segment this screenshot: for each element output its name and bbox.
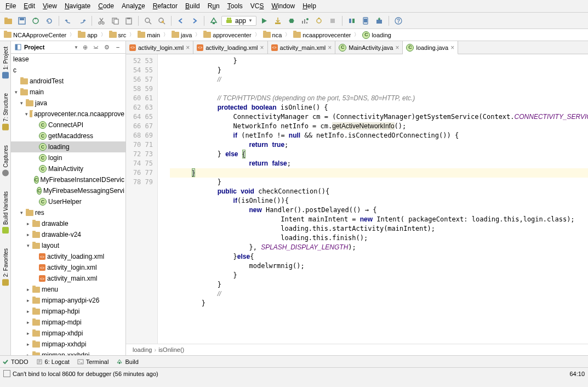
help-button[interactable]: ?	[392, 15, 404, 27]
apply-changes-button[interactable]	[272, 15, 284, 27]
tree-folder-item[interactable]: ▸ drawable	[11, 218, 125, 229]
collapse-icon[interactable]	[92, 43, 100, 52]
tree-item[interactable]: androidTest	[11, 76, 125, 87]
editor-tab[interactable]: activity_login.xml×	[126, 41, 193, 54]
find-button[interactable]	[142, 15, 154, 27]
stop-button[interactable]	[327, 15, 339, 27]
captures-tool-button[interactable]: Captures	[2, 142, 9, 180]
menu-help[interactable]: Help	[299, 1, 319, 11]
breadcrumb-item[interactable]: main	[136, 31, 162, 39]
menu-analyze[interactable]: Analyze	[118, 1, 149, 11]
tree-class-item[interactable]: C login	[11, 152, 125, 163]
target-icon[interactable]: ⊕	[81, 43, 89, 52]
close-icon[interactable]: ×	[328, 44, 332, 52]
tree-file-item[interactable]: activity_login.xml	[11, 262, 125, 273]
tree-class-item[interactable]: C ConnectAPI	[11, 119, 125, 130]
favorites-tool-button[interactable]: 2: Favorites	[2, 245, 9, 289]
project-tree[interactable]: lease c androidTest ▾ main ▾ java ▾ appr…	[11, 54, 125, 355]
menu-edit[interactable]: Edit	[20, 1, 38, 11]
menu-window[interactable]: Window	[268, 1, 298, 11]
build-variants-tool-button[interactable]: Build Variants	[2, 188, 9, 237]
paste-button[interactable]	[123, 15, 135, 27]
editor-tab[interactable]: activity_main.xml×	[268, 41, 336, 54]
close-icon[interactable]: ×	[395, 44, 399, 52]
terminal-tool-button[interactable]: Terminal	[77, 358, 109, 365]
tree-file-item[interactable]: activity_main.xml	[11, 273, 125, 284]
tree-class-item[interactable]: C MainActivity	[11, 163, 125, 174]
menu-build[interactable]: Build	[182, 1, 203, 11]
avd-manager-button[interactable]	[359, 15, 372, 27]
tree-item[interactable]: ▾ approvecenter.nca.ncaapprove	[11, 109, 125, 119]
editor-tab[interactable]: Cloading.java×	[403, 41, 458, 54]
close-icon[interactable]: ×	[186, 44, 190, 52]
attach-debugger-button[interactable]	[313, 15, 325, 27]
hide-icon[interactable]: –	[113, 43, 122, 52]
cut-button[interactable]	[95, 15, 107, 27]
breadcrumb-item[interactable]: NCAApproveCenter	[2, 31, 68, 39]
breadcrumb-item[interactable]: app	[76, 31, 99, 39]
editor-breadcrumb[interactable]: loading›isOnline()	[126, 344, 588, 355]
tree-item[interactable]: ▾ res	[11, 207, 125, 218]
breadcrumb-item[interactable]: src	[107, 31, 128, 39]
debug-button[interactable]	[286, 15, 298, 27]
profile-button[interactable]	[299, 15, 311, 27]
tree-class-item[interactable]: C MyFirebaseInstanceIDServic	[11, 174, 125, 185]
undo-button[interactable]	[62, 15, 75, 27]
project-tool-button[interactable]: 1: Project	[2, 43, 9, 82]
menu-vcs[interactable]: VCS	[247, 1, 267, 11]
menu-code[interactable]: Code	[95, 1, 117, 11]
sync-gradle-button[interactable]	[346, 15, 358, 27]
replace-button[interactable]	[156, 15, 168, 27]
tree-class-item[interactable]: C MyFirebaseMessagingServi	[11, 185, 125, 196]
structure-tool-button[interactable]: 7: Structure	[2, 90, 9, 134]
tree-item[interactable]: ▾ main	[11, 87, 125, 98]
copy-button[interactable]	[109, 15, 121, 27]
sync-button[interactable]	[30, 15, 42, 27]
tree-folder-item[interactable]: ▸ mipmap-mdpi	[11, 317, 125, 328]
tree-item[interactable]: lease	[11, 54, 125, 65]
sdk-manager-button[interactable]	[373, 15, 385, 27]
tree-file-item[interactable]: activity_loading.xml	[11, 251, 125, 262]
status-icon[interactable]	[3, 370, 10, 377]
gear-icon[interactable]: ⚙	[102, 43, 111, 52]
code-editor[interactable]: } } // // TCP/HTTP/DNS (depending on the…	[158, 54, 588, 344]
close-icon[interactable]: ×	[450, 44, 454, 52]
menu-refactor[interactable]: Refactor	[150, 1, 181, 11]
refresh-button[interactable]	[43, 15, 55, 27]
menu-navigate[interactable]: Navigate	[61, 1, 94, 11]
back-button[interactable]	[175, 15, 187, 27]
save-button[interactable]	[16, 15, 28, 27]
menu-tools[interactable]: Tools	[224, 1, 246, 11]
tree-item[interactable]: ▸ menu	[11, 284, 125, 295]
menu-file[interactable]: File	[2, 1, 19, 11]
redo-button[interactable]	[76, 15, 88, 27]
tree-item[interactable]: ▾ java	[11, 98, 125, 109]
tree-folder-item[interactable]: ▸ mipmap-anydpi-v26	[11, 295, 125, 306]
line-gutter[interactable]: 52 53 54 55 56 57 58 59 60 61 62 63 64 6…	[126, 54, 158, 344]
menu-run[interactable]: Run	[204, 1, 223, 11]
menu-view[interactable]: View	[39, 1, 60, 11]
tree-folder-item[interactable]: ▸ mipmap-xxxhdpi	[11, 350, 125, 355]
tree-class-item[interactable]: C UserHelper	[11, 196, 125, 207]
tree-folder-item[interactable]: ▸ mipmap-xxhdpi	[11, 339, 125, 350]
tree-folder-item[interactable]: ▸ mipmap-hdpi	[11, 306, 125, 317]
run-config-selector[interactable]: app ▼	[221, 16, 256, 26]
open-file-button[interactable]	[2, 15, 14, 27]
forward-button[interactable]	[189, 15, 201, 27]
editor-tab[interactable]: activity_loading.xml×	[193, 41, 267, 54]
tree-item[interactable]: c	[11, 65, 125, 76]
todo-tool-button[interactable]: TODO	[2, 358, 28, 365]
caret-position[interactable]: 64:10	[569, 371, 585, 377]
make-button[interactable]	[208, 15, 220, 27]
tree-folder-item[interactable]: ▸ mipmap-xhdpi	[11, 328, 125, 339]
tree-class-item[interactable]: C loading	[11, 141, 125, 152]
tree-item[interactable]: ▾ layout	[11, 240, 125, 251]
editor-tab[interactable]: CMainActivity.java×	[335, 41, 403, 54]
logcat-tool-button[interactable]: 6: Logcat	[36, 358, 70, 365]
tree-folder-item[interactable]: ▸ drawable-v24	[11, 229, 125, 240]
build-tool-button[interactable]: Build	[116, 358, 138, 365]
run-button[interactable]	[258, 15, 270, 27]
breadcrumb-item[interactable]: ncaapprovecenter	[292, 31, 352, 39]
tree-class-item[interactable]: C getMacaddress	[11, 130, 125, 141]
breadcrumb-item[interactable]: java	[170, 31, 193, 39]
